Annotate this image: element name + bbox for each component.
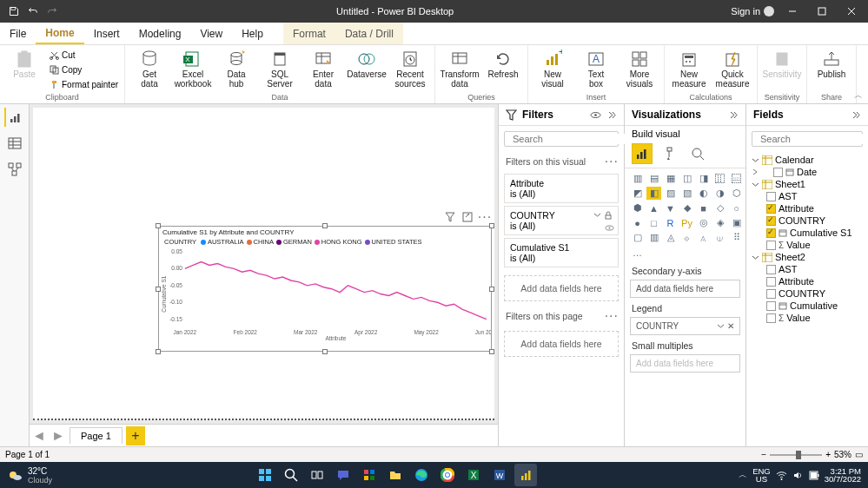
filters-search-box[interactable] bbox=[504, 131, 619, 147]
viz-gallery-item[interactable]: ▨ bbox=[663, 187, 678, 200]
zoom-in-button[interactable]: + bbox=[825, 450, 831, 459]
resize-handle[interactable] bbox=[156, 223, 161, 228]
start-button[interactable] bbox=[254, 464, 276, 486]
eye-icon[interactable] bbox=[605, 223, 614, 233]
more-options-icon[interactable]: ··· bbox=[479, 211, 491, 223]
excel-app-button[interactable]: X bbox=[462, 464, 485, 486]
undo-icon[interactable] bbox=[26, 4, 40, 18]
filters-search-input[interactable] bbox=[513, 134, 633, 144]
explorer-button[interactable] bbox=[384, 464, 407, 486]
get-data-button[interactable]: Get data bbox=[129, 47, 170, 90]
page-filter-dropzone[interactable]: Add data fields here bbox=[504, 331, 619, 357]
maximize-button[interactable] bbox=[811, 0, 833, 23]
resize-handle[interactable] bbox=[156, 349, 161, 354]
dataverse-button[interactable]: Dataverse bbox=[346, 47, 388, 82]
tray-date[interactable]: 30/7/2022 bbox=[825, 475, 861, 484]
more-visuals-button[interactable]: More visuals bbox=[619, 47, 660, 90]
tab-format-context[interactable]: Format bbox=[283, 23, 335, 44]
viz-gallery-item[interactable]: ⟑ bbox=[696, 231, 711, 244]
field-checkbox[interactable] bbox=[766, 216, 776, 226]
recent-sources-button[interactable]: Recent sources bbox=[389, 47, 431, 90]
viz-gallery-item[interactable]: ● bbox=[630, 216, 645, 229]
field-checkbox[interactable] bbox=[766, 192, 776, 201]
widgets-button[interactable] bbox=[358, 464, 381, 486]
field-checkbox[interactable] bbox=[766, 228, 776, 238]
viz-gallery-item[interactable]: ⬡ bbox=[729, 187, 744, 200]
legend-well[interactable]: COUNTRY✕ bbox=[630, 317, 740, 335]
viz-gallery-item[interactable]: ⿳ bbox=[729, 172, 744, 185]
viz-gallery-item[interactable]: ◨ bbox=[696, 172, 711, 185]
zoom-slider[interactable] bbox=[770, 454, 822, 456]
secondary-y-well[interactable]: Add data fields here bbox=[630, 280, 740, 298]
save-icon[interactable] bbox=[7, 4, 21, 18]
volume-icon[interactable] bbox=[792, 470, 804, 481]
search-button[interactable] bbox=[280, 464, 302, 486]
viz-gallery-item[interactable]: ⟒ bbox=[712, 231, 727, 244]
copy-button[interactable]: Copy bbox=[50, 63, 118, 76]
transform-data-button[interactable]: Transform data bbox=[439, 47, 480, 90]
viz-gallery-item[interactable]: ▣ bbox=[729, 216, 744, 229]
small-multiples-well[interactable]: Add data fields here bbox=[630, 354, 740, 373]
report-view-button[interactable] bbox=[4, 108, 23, 127]
tab-modeling[interactable]: Modeling bbox=[129, 23, 191, 44]
field-checkbox[interactable] bbox=[766, 289, 776, 299]
field-checkbox[interactable] bbox=[766, 313, 776, 323]
collapse-pane-button[interactable] bbox=[849, 109, 861, 121]
zoom-out-button[interactable]: − bbox=[761, 450, 766, 459]
fit-page-button[interactable]: ▭ bbox=[855, 450, 863, 459]
viz-gallery-item[interactable]: ⟐ bbox=[679, 231, 694, 244]
add-page-button[interactable]: + bbox=[126, 426, 145, 445]
viz-build-tab[interactable] bbox=[632, 143, 653, 164]
viz-gallery-item[interactable]: R bbox=[663, 216, 678, 229]
visual-filter-dropzone[interactable]: Add data fields here bbox=[504, 275, 619, 301]
viz-gallery-item[interactable]: ◇ bbox=[712, 201, 727, 214]
edge-button[interactable] bbox=[410, 464, 433, 486]
ribbon-collapse-button[interactable]: ︿ bbox=[854, 89, 863, 102]
filter-icon[interactable] bbox=[444, 211, 456, 223]
filter-card[interactable]: Cumulative S1is (All) bbox=[504, 238, 619, 267]
text-box-button[interactable]: AText box bbox=[575, 47, 617, 90]
viz-gallery-item[interactable]: … bbox=[630, 246, 645, 259]
field-node[interactable]: ΣValue bbox=[750, 312, 865, 324]
viz-gallery-item[interactable]: ⬢ bbox=[630, 201, 645, 214]
new-measure-button[interactable]: New measure bbox=[668, 47, 710, 90]
section-more-icon[interactable]: ··· bbox=[605, 308, 619, 324]
signin-button[interactable]: Sign in bbox=[731, 6, 774, 16]
tab-file[interactable]: File bbox=[0, 23, 36, 44]
eye-icon[interactable] bbox=[589, 109, 601, 121]
viz-gallery-item[interactable]: ◐ bbox=[696, 187, 711, 200]
viz-gallery-item[interactable]: ◩ bbox=[630, 187, 645, 200]
enter-data-button[interactable]: Enter data bbox=[302, 47, 344, 90]
tab-data-drill-context[interactable]: Data / Drill bbox=[335, 23, 403, 44]
tray-lang2[interactable]: US bbox=[752, 475, 771, 484]
field-node[interactable]: Cumulative S1 bbox=[750, 227, 865, 239]
task-view-button[interactable] bbox=[306, 464, 328, 486]
viz-gallery-item[interactable]: Py bbox=[679, 216, 694, 229]
field-node[interactable]: Attribute bbox=[750, 275, 865, 287]
viz-format-tab[interactable] bbox=[659, 143, 680, 164]
publish-button[interactable]: Publish bbox=[811, 47, 852, 82]
field-checkbox[interactable] bbox=[766, 277, 776, 287]
focus-mode-icon[interactable] bbox=[461, 211, 474, 223]
field-node[interactable]: Attribute bbox=[750, 202, 865, 214]
field-node[interactable]: Cumulative bbox=[750, 300, 865, 312]
lock-icon[interactable] bbox=[604, 211, 613, 220]
format-painter-button[interactable]: Format painter bbox=[50, 78, 118, 91]
viz-gallery-item[interactable]: ⿲ bbox=[712, 172, 727, 185]
viz-gallery-item[interactable]: ▲ bbox=[646, 201, 661, 214]
refresh-button[interactable]: Refresh bbox=[482, 47, 524, 82]
resize-handle[interactable] bbox=[322, 349, 328, 354]
collapse-pane-button[interactable] bbox=[605, 109, 617, 121]
powerbi-app-button[interactable] bbox=[514, 464, 537, 486]
viz-gallery-item[interactable]: ▤ bbox=[646, 172, 661, 185]
paste-button[interactable]: Paste bbox=[3, 47, 45, 82]
viz-gallery-item[interactable]: ◎ bbox=[696, 216, 711, 229]
viz-gallery-item[interactable]: ▦ bbox=[663, 172, 678, 185]
field-node[interactable]: ΣValue bbox=[750, 239, 865, 251]
viz-gallery-item[interactable]: ▥ bbox=[630, 172, 645, 185]
page-next-button[interactable]: ► bbox=[50, 428, 66, 444]
viz-gallery-item[interactable]: ■ bbox=[696, 201, 711, 214]
field-checkbox[interactable] bbox=[766, 301, 776, 311]
viz-gallery-item[interactable]: □ bbox=[646, 216, 661, 229]
data-hub-button[interactable]: Data hub bbox=[215, 47, 257, 90]
